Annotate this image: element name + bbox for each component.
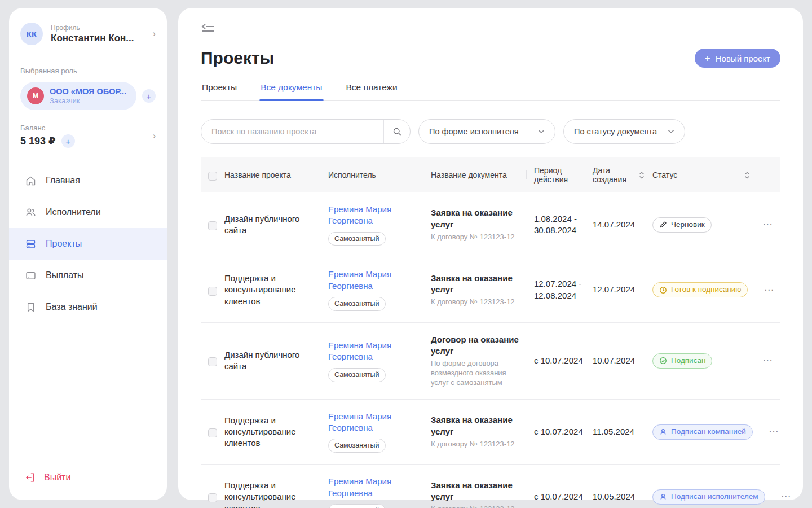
created-date: 10.07.2024	[593, 355, 652, 366]
person-icon	[659, 428, 667, 436]
search-icon	[392, 127, 402, 137]
sidebar-item-projects[interactable]: Проекты	[9, 228, 167, 260]
new-project-label: Новый проект	[716, 54, 770, 63]
collapse-sidebar-button[interactable]	[201, 23, 215, 35]
sidebar-item-label: База знаний	[46, 302, 98, 312]
collapse-sidebar-icon	[201, 23, 215, 35]
row-checkbox[interactable]	[208, 428, 217, 437]
tab-projects[interactable]: Проекты	[201, 82, 238, 100]
sidebar-item-executors[interactable]: Исполнители	[9, 196, 167, 228]
executor-type-badge: Самозанятый	[328, 232, 386, 246]
table-row[interactable]: Поддержка и консультирование клиентов Ер…	[201, 400, 780, 465]
row-checkbox[interactable]	[208, 493, 217, 502]
document-note: По форме договора возмездного оказания у…	[431, 359, 525, 388]
sort-down-icon	[744, 176, 750, 179]
table-row[interactable]: Дизайн публичного сайта Еремина Мария Ге…	[201, 192, 780, 257]
created-date: 14.07.2024	[593, 219, 652, 230]
row-menu-button[interactable]: ⋯	[763, 219, 774, 230]
top-up-balance-button[interactable]: +	[61, 134, 75, 148]
org-name: ООО «МОЯ ОБОР...	[50, 87, 126, 96]
document-title: Заявка на оказание услуг	[431, 207, 525, 230]
sort-created-button[interactable]	[639, 172, 645, 179]
status-badge: Готов к подписанию	[652, 282, 748, 297]
document-title: Заявка на оказание услуг	[431, 273, 525, 296]
dropdown-value: По статусу документа	[574, 127, 657, 136]
search-box	[201, 119, 411, 144]
dropdown-value: По форме исполнителя	[429, 127, 519, 136]
check-circle-icon	[659, 357, 667, 365]
executor-link[interactable]: Еремина Мария Георгиевна	[328, 269, 422, 292]
row-checkbox[interactable]	[208, 287, 217, 296]
sidebar-item-label: Выплаты	[46, 270, 84, 281]
row-menu-button[interactable]: ⋯	[764, 284, 775, 295]
period-value: с 10.07.2024	[534, 426, 593, 437]
selected-role-label: Выбранная роль	[20, 67, 156, 75]
sidebar-item-label: Проекты	[46, 239, 82, 249]
column-header-period: Период действия	[534, 160, 593, 190]
chevron-down-icon	[668, 129, 674, 134]
project-name: Дизайн публичного сайта	[224, 349, 328, 373]
table-row[interactable]: Дизайн публичного сайта Еремина Мария Ге…	[201, 323, 780, 400]
executor-type-badge: Самозанятый	[328, 504, 386, 508]
executor-link[interactable]: Еремина Мария Георгиевна	[328, 411, 422, 434]
document-title: Договор на оказание услуг	[431, 334, 525, 357]
sidebar-item-knowledge-base[interactable]: База знаний	[9, 291, 167, 323]
executor-link[interactable]: Еремина Мария Георгиевна	[328, 204, 422, 227]
profile-name: Константин Кон...	[51, 33, 145, 44]
add-role-button[interactable]: +	[142, 89, 156, 103]
profile-card[interactable]: КК Профиль Константин Кон... ›	[9, 8, 167, 45]
document-status-dropdown[interactable]: По статусу документа	[563, 119, 685, 144]
project-name: Поддержка и консультирование клиентов	[224, 480, 328, 508]
executor-type-badge: Самозанятый	[328, 439, 386, 453]
status-badge: Черновик	[652, 217, 712, 233]
table-header: Название проекта Исполнитель Название до…	[201, 157, 780, 192]
period-value: 1.08.2024 - 30.08.2024	[534, 213, 593, 237]
select-all-checkbox[interactable]	[208, 172, 217, 181]
sidebar-item-label: Исполнители	[46, 207, 101, 217]
executor-form-dropdown[interactable]: По форме исполнителя	[418, 119, 555, 144]
column-header-project: Название проекта	[224, 165, 328, 185]
avatar: КК	[20, 23, 43, 45]
column-header-executor: Исполнитель	[328, 165, 431, 185]
executor-type-badge: Самозанятый	[328, 297, 386, 311]
sort-status-button[interactable]	[744, 172, 750, 179]
sidebar-item-payouts[interactable]: Выплаты	[9, 260, 167, 291]
row-checkbox[interactable]	[208, 221, 217, 230]
project-name: Поддержка и консультирование клиентов	[224, 415, 328, 449]
tab-all-payments[interactable]: Все платежи	[345, 82, 399, 100]
row-menu-button[interactable]: ⋯	[781, 491, 792, 502]
home-icon	[25, 175, 37, 187]
executor-link[interactable]: Еремина Мария Георгиевна	[328, 476, 422, 499]
period-value: с 10.07.2024	[534, 355, 593, 366]
table-row[interactable]: Поддержка и консультирование клиентов Ер…	[201, 257, 780, 322]
tab-all-documents[interactable]: Все документы	[259, 82, 323, 100]
person-icon	[659, 493, 667, 501]
new-project-button[interactable]: + Новый проект	[695, 49, 780, 68]
column-header-document: Название документа	[431, 165, 534, 185]
balance-section[interactable]: Баланс 5 193 ₽ + ›	[9, 110, 167, 148]
logout-button[interactable]: Выйти	[9, 472, 167, 500]
document-note: К договору № 123123-12	[431, 440, 525, 449]
row-menu-button[interactable]: ⋯	[763, 355, 774, 366]
document-note: К договору № 123123-12	[431, 297, 525, 307]
executor-link[interactable]: Еремина Мария Георгиевна	[328, 340, 422, 363]
search-input[interactable]	[201, 120, 383, 143]
sidebar-item-label: Главная	[46, 176, 80, 186]
chevron-right-icon: ›	[153, 131, 156, 141]
sidebar-item-home[interactable]: Главная	[9, 165, 167, 196]
table-row[interactable]: Поддержка и консультирование клиентов Ер…	[201, 465, 780, 508]
sidebar: КК Профиль Константин Кон... › Выбранная…	[9, 8, 167, 500]
sort-up-icon	[744, 172, 750, 175]
selected-role-pill[interactable]: М ООО «МОЯ ОБОР... Заказчик	[20, 82, 136, 110]
row-checkbox[interactable]	[208, 357, 217, 366]
logout-label: Выйти	[44, 472, 70, 483]
row-menu-button[interactable]: ⋯	[769, 426, 779, 437]
status-badge: Подписан исполнителем	[652, 489, 765, 505]
tab-bar: Проекты Все документы Все платежи	[201, 82, 780, 101]
search-button[interactable]	[384, 120, 410, 143]
status-badge: Подписан компанией	[652, 424, 753, 440]
org-avatar: М	[27, 87, 44, 104]
documents-table: Название проекта Исполнитель Название до…	[201, 157, 780, 508]
balance-label: Баланс	[20, 124, 153, 132]
profile-label: Профиль	[51, 24, 145, 32]
